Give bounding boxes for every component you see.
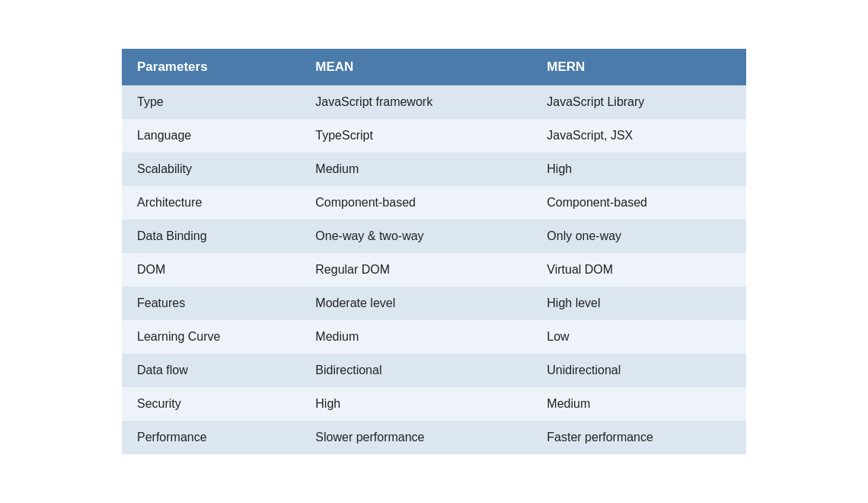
table-row: LanguageTypeScriptJavaScript, JSX [122, 119, 746, 152]
cell-r8-c1: Bidirectional [300, 354, 531, 387]
table-row: DOMRegular DOMVirtual DOM [122, 253, 746, 287]
table-row: Data BindingOne-way & two-wayOnly one-wa… [122, 219, 746, 253]
col-header-mean: MEAN [300, 49, 531, 85]
cell-r3-c1: Component-based [300, 186, 531, 219]
cell-r5-c0: DOM [122, 253, 300, 287]
cell-r10-c0: Performance [122, 421, 300, 454]
table-row: Data flowBidirectionalUnidirectional [122, 354, 746, 387]
cell-r4-c2: Only one-way [531, 219, 746, 253]
table-row: FeaturesModerate levelHigh level [122, 287, 746, 320]
cell-r3-c0: Architecture [122, 186, 300, 219]
cell-r1-c0: Language [122, 119, 300, 152]
cell-r0-c1: JavaScript framework [300, 85, 531, 119]
comparison-table: Parameters MEAN MERN TypeJavaScript fram… [122, 49, 746, 454]
table-row: TypeJavaScript frameworkJavaScript Libra… [122, 85, 746, 119]
cell-r7-c1: Medium [300, 320, 531, 354]
table-row: ArchitectureComponent-basedComponent-bas… [122, 186, 746, 219]
cell-r9-c1: High [300, 387, 531, 421]
cell-r8-c0: Data flow [122, 354, 300, 387]
cell-r1-c2: JavaScript, JSX [531, 119, 746, 152]
table-row: PerformanceSlower performanceFaster perf… [122, 421, 746, 454]
col-header-parameters: Parameters [122, 49, 300, 85]
cell-r7-c0: Learning Curve [122, 320, 300, 354]
cell-r2-c0: Scalability [122, 152, 300, 186]
cell-r4-c1: One-way & two-way [300, 219, 531, 253]
cell-r10-c2: Faster performance [531, 421, 746, 454]
cell-r7-c2: Low [531, 320, 746, 354]
col-header-mern: MERN [531, 49, 746, 85]
cell-r0-c2: JavaScript Library [531, 85, 746, 119]
table-row: Learning CurveMediumLow [122, 320, 746, 354]
comparison-table-container: Parameters MEAN MERN TypeJavaScript fram… [122, 49, 746, 454]
cell-r6-c2: High level [531, 287, 746, 320]
table-row: ScalabilityMediumHigh [122, 152, 746, 186]
cell-r5-c1: Regular DOM [300, 253, 531, 287]
cell-r0-c0: Type [122, 85, 300, 119]
cell-r5-c2: Virtual DOM [531, 253, 746, 287]
cell-r3-c2: Component-based [531, 186, 746, 219]
cell-r6-c1: Moderate level [300, 287, 531, 320]
cell-r2-c2: High [531, 152, 746, 186]
cell-r2-c1: Medium [300, 152, 531, 186]
cell-r9-c0: Security [122, 387, 300, 421]
cell-r9-c2: Medium [531, 387, 746, 421]
cell-r4-c0: Data Binding [122, 219, 300, 253]
table-header-row: Parameters MEAN MERN [122, 49, 746, 85]
cell-r6-c0: Features [122, 287, 300, 320]
cell-r1-c1: TypeScript [300, 119, 531, 152]
table-row: SecurityHighMedium [122, 387, 746, 421]
cell-r8-c2: Unidirectional [531, 354, 746, 387]
cell-r10-c1: Slower performance [300, 421, 531, 454]
